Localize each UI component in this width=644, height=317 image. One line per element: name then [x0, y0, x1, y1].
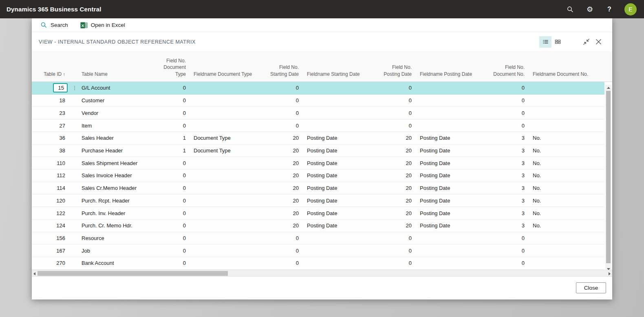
table-cell: 124 — [32, 222, 68, 229]
table-cell: 112 — [32, 172, 68, 178]
column-header-fieldname-starting-date[interactable]: Fieldname Starting Date — [300, 71, 379, 78]
table-cell: 3 — [492, 222, 525, 229]
tile-view-icon[interactable] — [551, 36, 564, 48]
list-view-icon[interactable] — [539, 36, 551, 48]
table-cell: 122 — [32, 210, 68, 216]
table-cell: Posting Date — [300, 185, 379, 191]
table-cell: Posting Date — [412, 135, 492, 141]
table-row[interactable]: 18Customer0000 — [32, 95, 604, 107]
table-cell: 20 — [266, 198, 300, 204]
close-dialog-icon[interactable] — [592, 36, 604, 48]
table-cell: 0 — [154, 235, 187, 241]
table-cell: 110 — [32, 160, 68, 166]
data-grid: Table ID ↑ Table Name Field No. Document… — [32, 51, 612, 277]
table-cell: 20 — [379, 172, 412, 178]
table-cell: Purchase Header — [81, 147, 154, 154]
dialog-caption: VIEW - INTERNAL STANDARD OBJECT REFERENC… — [32, 32, 612, 51]
table-cell: 3 — [492, 210, 525, 216]
table-cell: 114 — [32, 185, 68, 191]
table-cell: Posting Date — [300, 198, 379, 204]
help-icon[interactable]: ? — [605, 5, 614, 14]
search-icon — [40, 22, 47, 29]
table-row[interactable]: 38Purchase Header1Document Type20Posting… — [32, 145, 604, 157]
table-cell: 0 — [154, 198, 187, 204]
column-header-table-name[interactable]: Table Name — [81, 71, 154, 78]
horizontal-scrollbar[interactable] — [32, 270, 612, 277]
table-cell: 20 — [379, 147, 412, 154]
table-cell: Posting Date — [412, 222, 492, 229]
table-cell: Purch. Rcpt. Header — [81, 198, 154, 204]
table-cell: Document Type — [187, 147, 266, 154]
column-header-fieldname-document-type[interactable]: Fieldname Document Type — [187, 71, 266, 78]
column-header-fieldname-posting-date[interactable]: Fieldname Posting Date — [412, 71, 492, 78]
table-row[interactable]: 114Sales Cr.Memo Header020Posting Date20… — [32, 182, 604, 195]
collapse-window-icon[interactable] — [580, 36, 592, 48]
table-row[interactable]: 36Sales Header1Document Type20Posting Da… — [32, 132, 604, 145]
table-row[interactable]: 156Resource0000 — [32, 232, 604, 245]
table-cell: Posting Date — [300, 210, 379, 216]
table-cell: 0 — [379, 248, 412, 254]
column-header-fieldno-starting-date[interactable]: Field No. Starting Date — [266, 64, 300, 78]
avatar[interactable]: E — [624, 3, 637, 15]
table-cell: 0 — [492, 248, 525, 254]
table-cell: Sales Invoice Header — [81, 172, 154, 178]
table-row[interactable]: 124Purch. Cr. Memo Hdr.020Posting Date20… — [32, 220, 604, 232]
table-row[interactable]: 120Purch. Rcpt. Header020Posting Date20P… — [32, 194, 604, 207]
action-toolbar: Search X Open in Excel — [32, 18, 612, 32]
table-header-row: Table ID ↑ Table Name Field No. Document… — [32, 51, 612, 82]
scroll-right-icon[interactable] — [609, 272, 611, 275]
table-cell: Resource — [81, 235, 154, 241]
table-row[interactable]: 112Sales Invoice Header020Posting Date20… — [32, 170, 604, 182]
table-cell: Posting Date — [300, 160, 379, 166]
table-cell: 20 — [266, 222, 300, 229]
table-cell: Posting Date — [412, 198, 492, 204]
table-cell: Posting Date — [412, 147, 492, 154]
table-cell: 0 — [154, 248, 187, 254]
table-cell: Bank Account — [81, 260, 154, 266]
table-row[interactable]: 27Item0000 — [32, 119, 604, 132]
search-action-label: Search — [51, 22, 68, 28]
table-cell: Posting Date — [412, 172, 492, 178]
settings-gear-icon[interactable]: ⚙ — [585, 5, 594, 14]
column-header-fieldname-document-no[interactable]: Fieldname Document No. — [525, 71, 612, 78]
scroll-left-icon[interactable] — [33, 272, 35, 275]
table-cell: Job — [81, 248, 154, 254]
table-cell: 0 — [154, 260, 187, 266]
table-row[interactable]: 15⋮G/L Account0000 — [32, 82, 604, 95]
table-cell: 1 — [154, 135, 187, 141]
table-cell: Posting Date — [300, 135, 379, 141]
column-header-table-id[interactable]: Table ID ↑ — [32, 71, 68, 78]
table-cell: 0 — [492, 97, 525, 103]
search-icon[interactable] — [566, 5, 575, 14]
column-header-fieldno-posting-date[interactable]: Field No. Posting Date — [379, 64, 412, 78]
table-cell: 0 — [492, 85, 525, 91]
table-cell: 0 — [266, 85, 300, 91]
close-button[interactable]: Close — [576, 282, 606, 293]
column-header-fieldno-document-no[interactable]: Field No. Document No. — [492, 64, 525, 78]
scroll-up-icon[interactable] — [607, 87, 610, 89]
horizontal-scrollbar-thumb[interactable] — [37, 271, 228, 276]
table-id-input[interactable]: 15 — [53, 83, 68, 92]
table-cell: 20 — [379, 185, 412, 191]
table-cell: Posting Date — [300, 172, 379, 178]
table-cell: No. — [525, 210, 604, 216]
sort-ascending-icon: ↑ — [63, 72, 66, 77]
open-in-excel-action[interactable]: X Open in Excel — [80, 22, 125, 29]
vertical-scrollbar[interactable] — [605, 85, 611, 272]
table-cell: No. — [525, 222, 604, 229]
column-header-fieldno-document-type[interactable]: Field No. Document Type — [154, 57, 187, 78]
table-row[interactable]: 167Job0000 — [32, 244, 604, 257]
table-cell: Document Type — [187, 135, 266, 141]
table-row[interactable]: 122Purch. Inv. Header020Posting Date20Po… — [32, 207, 604, 220]
table-cell: 3 — [492, 147, 525, 154]
search-action[interactable]: Search — [40, 22, 68, 29]
app-title[interactable]: Dynamics 365 Business Central — [0, 6, 101, 13]
table-row[interactable]: 110Sales Shipment Header020Posting Date2… — [32, 157, 604, 170]
vertical-scrollbar-thumb[interactable] — [606, 91, 611, 263]
table-cell: Sales Cr.Memo Header — [81, 185, 154, 191]
table-cell: 0 — [379, 123, 412, 129]
row-menu-ellipsis-icon[interactable]: ⋮ — [72, 85, 77, 91]
table-row[interactable]: 23Vendor0000 — [32, 107, 604, 119]
table-cell: No. — [525, 147, 604, 154]
table-row[interactable]: 270Bank Account0000 — [32, 257, 604, 270]
